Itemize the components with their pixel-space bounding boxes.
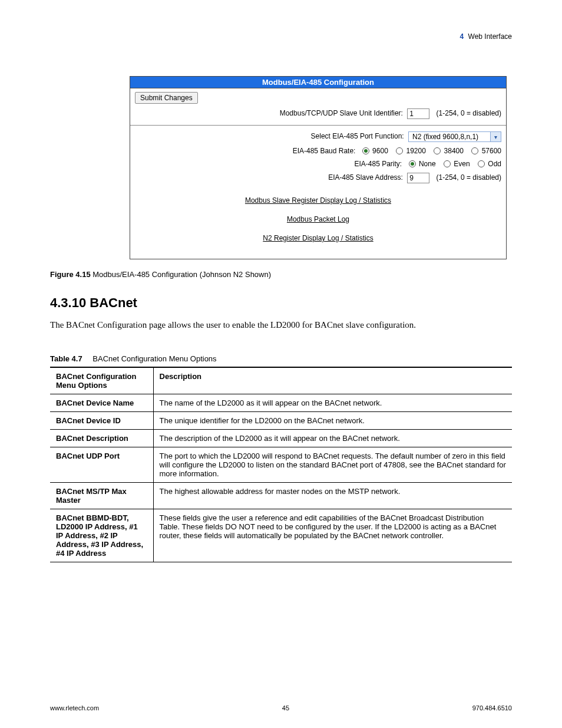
table-caption-text: BACnet Configuration Menu Options: [92, 354, 216, 363]
section-heading: 4.3.10 BACnet: [50, 295, 512, 311]
baud-opt-3: 57600: [482, 147, 501, 155]
slave-address-hint: (1-254, 0 = disabled): [437, 173, 501, 182]
table-caption: Table 4.7 BACnet Configuration Menu Opti…: [50, 354, 512, 363]
config-panel: Modbus/EIA-485 Configuration Submit Chan…: [130, 76, 507, 259]
section-title: Web Interface: [468, 32, 512, 41]
slave-address-label: EIA-485 Slave Address:: [328, 173, 403, 182]
port-function-label: Select EIA-485 Port Function:: [311, 132, 404, 140]
slave-address-input[interactable]: [407, 173, 429, 183]
table-head-options: BACnet Configuration Menu Options: [50, 367, 153, 394]
modbus-id-hint: (1-254, 0 = disabled): [437, 109, 501, 117]
parity-opt-0: None: [419, 160, 436, 168]
parity-opt-2: Odd: [488, 160, 501, 168]
table-row: BACnet UDP PortThe port to which the LD2…: [50, 447, 512, 483]
footer-url: www.rletech.com: [50, 704, 99, 711]
baud-opt-2: 38400: [444, 147, 464, 155]
table-row: BACnet Device NameThe name of the LD2000…: [50, 394, 512, 412]
table-caption-label: Table 4.7: [50, 354, 82, 363]
figure-caption-label: Figure 4.15: [50, 270, 91, 279]
parity-opt-1: Even: [454, 160, 470, 168]
page-number: 45: [282, 704, 289, 711]
baud-9600-radio[interactable]: [362, 147, 369, 154]
parity-odd-radio[interactable]: [478, 160, 485, 167]
panel-title: Modbus/EIA-485 Configuration: [130, 77, 506, 88]
baud-rate-label: EIA-485 Baud Rate:: [293, 147, 356, 155]
port-function-select[interactable]: N2 (fixed 9600,8,n,1) ▾: [408, 131, 501, 142]
figure-screenshot: Modbus/EIA-485 Configuration Submit Chan…: [130, 76, 512, 259]
figure-caption-text: Modbus/EIA-485 Configuration (Johnson N2…: [91, 270, 271, 279]
section-body: The BACnet Configuration page allows the…: [50, 319, 512, 331]
modbus-register-log-link[interactable]: Modbus Slave Register Display Log / Stat…: [135, 196, 501, 205]
page-footer: www.rletech.com 45 970.484.6510: [50, 704, 512, 711]
table-row: BACnet Device IDThe unique identifier fo…: [50, 412, 512, 430]
parity-none-radio[interactable]: [409, 160, 416, 167]
n2-register-log-link[interactable]: N2 Register Display Log / Statistics: [135, 234, 501, 242]
modbus-id-label: Modbus/TCP/UDP Slave Unit Identifier:: [280, 109, 403, 117]
modbus-packet-log-link[interactable]: Modbus Packet Log: [135, 215, 501, 223]
baud-38400-radio[interactable]: [434, 147, 441, 154]
table-row: BACnet MS/TP Max MasterThe highest allow…: [50, 483, 512, 509]
baud-57600-radio[interactable]: [471, 147, 478, 154]
baud-opt-0: 9600: [372, 147, 388, 155]
chevron-down-icon: ▾: [491, 131, 501, 142]
submit-changes-button[interactable]: Submit Changes: [135, 92, 198, 104]
baud-opt-1: 19200: [406, 147, 426, 155]
table-row: BACnet BBMD-BDT, LD2000 IP Address, #1 I…: [50, 509, 512, 562]
divider: [130, 125, 506, 126]
parity-even-radio[interactable]: [444, 160, 451, 167]
modbus-id-input[interactable]: [407, 108, 429, 119]
footer-phone: 970.484.6510: [472, 704, 512, 711]
page-header: 4 Web Interface: [50, 32, 512, 41]
baud-19200-radio[interactable]: [396, 147, 403, 154]
section-number: 4: [459, 32, 464, 41]
table-head-description: Description: [153, 367, 512, 394]
table-row: BACnet DescriptionThe description of the…: [50, 430, 512, 447]
figure-caption: Figure 4.15 Modbus/EIA-485 Configuration…: [50, 270, 512, 279]
port-function-value: N2 (fixed 9600,8,n,1): [408, 131, 491, 142]
parity-label: EIA-485 Parity:: [355, 160, 402, 168]
bacnet-options-table: BACnet Configuration Menu Options Descri…: [50, 367, 512, 562]
